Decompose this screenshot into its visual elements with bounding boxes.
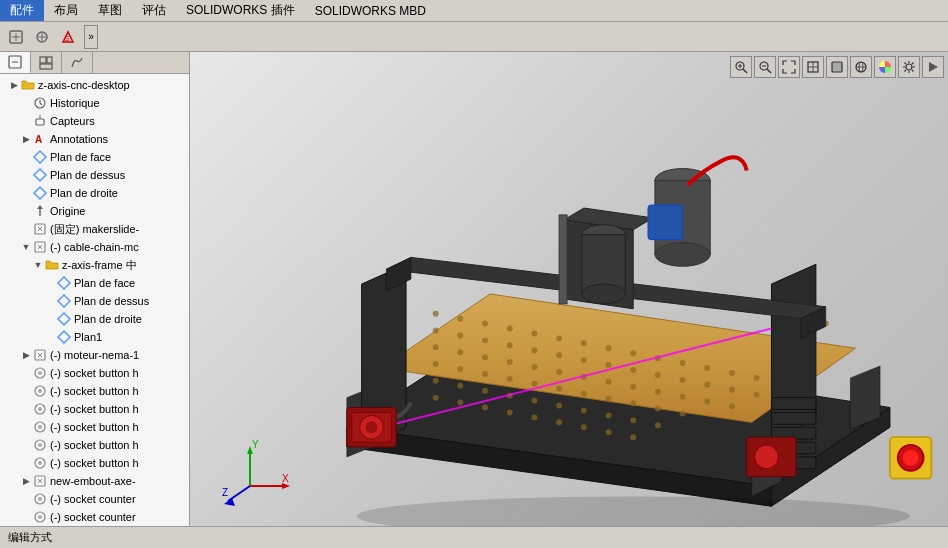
tree-icon xyxy=(32,437,48,453)
tree-item[interactable]: Origine xyxy=(0,202,189,220)
tree-toggle[interactable]: ▶ xyxy=(20,349,32,361)
toolbar-btn-1[interactable] xyxy=(4,25,28,49)
svg-point-99 xyxy=(507,342,513,348)
left-panel: ▶ z-axis-cnc-desktop Historique Capteurs… xyxy=(0,52,190,526)
tree-toggle[interactable] xyxy=(20,367,32,379)
tree-item[interactable]: Historique xyxy=(0,94,189,112)
menu-sw-mbd[interactable]: SOLIDWORKS MBD xyxy=(305,2,436,20)
tree-label: Plan de dessus xyxy=(74,295,149,307)
tree-item[interactable]: ▼ (-) cable-chain-mc xyxy=(0,238,189,256)
tree-label: Plan de face xyxy=(50,151,111,163)
tree-toggle[interactable] xyxy=(20,439,32,451)
tree-toggle[interactable] xyxy=(20,511,32,523)
menu-buju[interactable]: 布局 xyxy=(44,0,88,21)
svg-point-54 xyxy=(38,515,42,519)
svg-text:Y: Y xyxy=(252,439,259,450)
tree-toggle[interactable] xyxy=(20,457,32,469)
tree-item[interactable]: Plan de dessus xyxy=(0,166,189,184)
svg-point-126 xyxy=(507,376,513,382)
tree-item[interactable]: (-) socket button h xyxy=(0,382,189,400)
tree-item[interactable]: Plan de droite xyxy=(0,310,189,328)
tree-item[interactable]: Plan de face xyxy=(0,274,189,292)
tree-item[interactable]: ▶ A Annotations xyxy=(0,130,189,148)
svg-point-111 xyxy=(457,349,463,355)
svg-point-37 xyxy=(38,371,42,375)
svg-point-39 xyxy=(38,389,42,393)
tree-toggle[interactable] xyxy=(20,115,32,127)
tree-item[interactable]: Plan de droite xyxy=(0,184,189,202)
svg-point-149 xyxy=(556,419,562,425)
tree-icon xyxy=(32,347,48,363)
tree-item[interactable]: ▼ z-axis-frame 中 xyxy=(0,256,189,274)
svg-point-167 xyxy=(582,284,625,304)
toolbar-btn-3[interactable]: S xyxy=(56,25,80,49)
tree-item[interactable]: ▶ (-) moteur-nema-1 xyxy=(0,346,189,364)
tree-item[interactable]: (-) socket button h xyxy=(0,436,189,454)
tree-item[interactable]: Capteurs xyxy=(0,112,189,130)
tree-toggle[interactable]: ▶ xyxy=(20,475,32,487)
cnc-3d-model xyxy=(190,52,948,526)
toolbar-expand[interactable]: » xyxy=(84,25,98,49)
svg-marker-22 xyxy=(37,205,43,209)
tree-item[interactable]: (-) socket button h xyxy=(0,454,189,472)
tree-item[interactable]: (固定) makerslide- xyxy=(0,220,189,238)
svg-point-144 xyxy=(433,395,439,401)
tree-item[interactable]: (-) socket button h xyxy=(0,364,189,382)
tree-toggle[interactable] xyxy=(20,385,32,397)
toolbar-btn-2[interactable] xyxy=(30,25,54,49)
tree-toggle[interactable]: ▼ xyxy=(32,259,44,271)
tree-icon xyxy=(32,455,48,471)
svg-point-146 xyxy=(482,405,488,411)
tree-toggle[interactable] xyxy=(20,403,32,415)
tree-label: (固定) makerslide- xyxy=(50,222,139,237)
tab-peijian[interactable] xyxy=(0,52,31,73)
tab-caotu[interactable] xyxy=(62,52,93,73)
tree-label: Plan de droite xyxy=(50,187,118,199)
tree-toggle[interactable] xyxy=(20,97,32,109)
tree-toggle[interactable] xyxy=(44,277,56,289)
tree-item[interactable]: Plan1 xyxy=(0,328,189,346)
svg-marker-19 xyxy=(34,169,46,181)
tree-toggle[interactable]: ▶ xyxy=(8,79,20,91)
tree-label: (-) socket button h xyxy=(50,439,139,451)
tree-item[interactable]: (-) socket button h xyxy=(0,418,189,436)
tree-icon xyxy=(32,149,48,165)
tree-toggle[interactable]: ▼ xyxy=(20,241,32,253)
viewport[interactable]: Y X Z xyxy=(190,52,948,526)
tree-toggle[interactable] xyxy=(44,295,56,307)
tree-toggle[interactable] xyxy=(20,421,32,433)
menu-caotu[interactable]: 草图 xyxy=(88,0,132,21)
tree-toggle[interactable] xyxy=(20,151,32,163)
svg-marker-30 xyxy=(58,295,70,307)
tree-icon xyxy=(32,419,48,435)
tree-label: Annotations xyxy=(50,133,108,145)
tree-item[interactable]: ▶ new-embout-axe- xyxy=(0,472,189,490)
tree-toggle[interactable] xyxy=(44,313,56,325)
tree-toggle[interactable] xyxy=(44,331,56,343)
tree-toggle[interactable] xyxy=(20,205,32,217)
tree-icon xyxy=(32,365,48,381)
tree-item[interactable]: ▶ z-axis-cnc-desktop xyxy=(0,76,189,94)
tree-toggle[interactable] xyxy=(20,223,32,235)
tree-item[interactable]: (-) socket counter xyxy=(0,490,189,508)
tree-item[interactable]: (-) socket button h xyxy=(0,400,189,418)
svg-point-179 xyxy=(755,445,779,469)
tab-buju[interactable] xyxy=(31,52,62,73)
tree-toggle[interactable]: ▶ xyxy=(20,133,32,145)
tree-label: (-) socket counter xyxy=(50,511,136,523)
svg-point-128 xyxy=(556,386,562,392)
tree-container[interactable]: ▶ z-axis-cnc-desktop Historique Capteurs… xyxy=(0,74,189,526)
tree-icon xyxy=(32,167,48,183)
menu-peijian[interactable]: 配件 xyxy=(0,0,44,21)
tree-toggle[interactable] xyxy=(20,493,32,505)
menu-sw-plugin[interactable]: SOLIDWORKS 插件 xyxy=(176,0,305,21)
tree-label: new-embout-axe- xyxy=(50,475,136,487)
tree-toggle[interactable] xyxy=(20,169,32,181)
tree-item[interactable]: Plan de dessus xyxy=(0,292,189,310)
menu-pinggu[interactable]: 评估 xyxy=(132,0,176,21)
tree-item[interactable]: (-) socket counter xyxy=(0,508,189,526)
tree-icon: A xyxy=(32,131,48,147)
svg-point-147 xyxy=(507,409,513,415)
tree-item[interactable]: Plan de face xyxy=(0,148,189,166)
tree-toggle[interactable] xyxy=(20,187,32,199)
